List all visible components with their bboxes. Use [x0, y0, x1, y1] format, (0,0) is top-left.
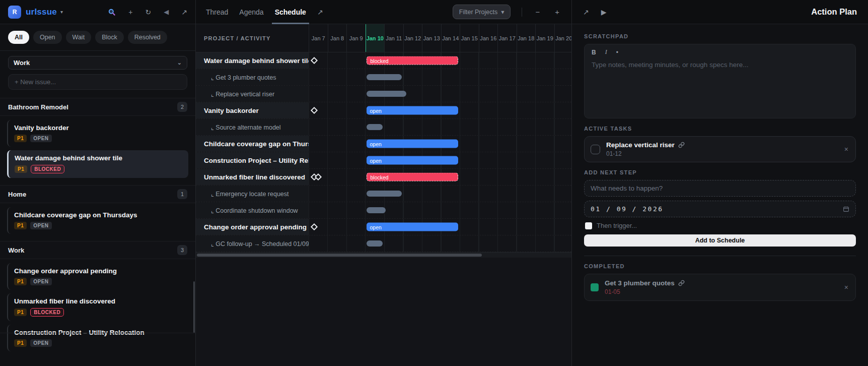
- date-column: Jan 12: [403, 24, 422, 52]
- status-badge: OPEN: [30, 222, 51, 229]
- gantt-horizontal-scrollbar: [196, 252, 571, 258]
- gantt-row-get-quotes[interactable]: ⌞ Get 3 plumber quotes: [196, 69, 571, 86]
- sidebar-topbar: R urIssue ▾ + ↻ ◀ ↗: [0, 0, 195, 24]
- issue-item-vanity-backorder[interactable]: Vanity backorder P1 OPEN: [7, 120, 188, 147]
- milestone-diamond-icon[interactable]: [311, 107, 318, 114]
- add-to-schedule-button[interactable]: Add to Schedule: [584, 234, 856, 247]
- panel-title: Action Plan: [811, 7, 857, 17]
- link-icon[interactable]: [678, 280, 685, 286]
- gantt-row-emergency-locate[interactable]: ⌞ Emergency locate request: [196, 186, 571, 202]
- group-header-work[interactable]: Work 3: [0, 241, 195, 259]
- gantt-bar-open[interactable]: open: [367, 156, 459, 165]
- calendar-icon[interactable]: [843, 206, 849, 212]
- filter-chip-block[interactable]: Block: [95, 31, 124, 44]
- group-header-home[interactable]: Home 1: [0, 185, 195, 203]
- bullet-list-button[interactable]: •: [616, 48, 618, 56]
- gantt-row-source-alternate[interactable]: ⌞ Source alternate model: [196, 119, 571, 136]
- new-issue-input[interactable]: [8, 74, 187, 90]
- filter-chip-resolved[interactable]: Resolved: [128, 31, 167, 44]
- group-count-badge: 1: [177, 189, 187, 199]
- filter-projects-button[interactable]: Filter Projects ▾: [453, 5, 511, 19]
- italic-button[interactable]: I: [605, 48, 607, 56]
- trigger-checkbox[interactable]: [585, 222, 592, 229]
- filter-chip-open[interactable]: Open: [33, 31, 62, 44]
- issue-title: Childcare coverage gap on Thursdays: [14, 211, 182, 219]
- group-header-bathroom-remodel[interactable]: Bathroom Remodel 2: [0, 98, 195, 116]
- add-icon[interactable]: +: [128, 9, 132, 16]
- gantt-row-gc-followup[interactable]: ⌞ GC follow-up → Scheduled 01/09: [196, 235, 571, 252]
- gantt-bar-subtask[interactable]: [367, 124, 383, 130]
- project-select[interactable]: Work ⌄: [8, 56, 187, 70]
- search-icon[interactable]: [108, 8, 116, 16]
- date-column: Jan 11: [384, 24, 403, 52]
- filter-chip-all[interactable]: All: [8, 31, 29, 44]
- schedule-panel: Thread Agenda Schedule ↗ Filter Projects…: [196, 0, 571, 366]
- issue-item-construction[interactable]: Construction Project – Utility Relocatio…: [7, 325, 188, 351]
- milestone-diamond-icon[interactable]: [311, 57, 318, 64]
- gantt-row-coordinate-shutdown[interactable]: ⌞ Coordinate shutdown window: [196, 202, 571, 219]
- gantt-row-change-order[interactable]: Change order approval pending open: [196, 219, 571, 235]
- gantt-bar-open[interactable]: open: [367, 140, 459, 148]
- task-checkbox[interactable]: [591, 145, 600, 154]
- date-column: Jan 17: [497, 24, 517, 52]
- tab-thread[interactable]: Thread: [206, 0, 228, 24]
- tab-schedule[interactable]: Schedule: [275, 0, 306, 24]
- gantt-row-label: ⌞ Replace vertical riser: [196, 86, 309, 102]
- play-icon[interactable]: ▶: [601, 9, 607, 16]
- gantt-date-row: Jan 7 Jan 8 Jan 9 Jan 10 Jan 11 Jan 12 J…: [309, 24, 571, 52]
- group-name: Bathroom Remodel: [8, 103, 68, 111]
- next-step-input[interactable]: [584, 180, 856, 197]
- gantt-row-chart: open: [309, 136, 571, 152]
- issue-item-change-order[interactable]: Change order approval pending P1 OPEN: [7, 263, 188, 290]
- gantt-bar-subtask[interactable]: [367, 240, 383, 247]
- filter-chip-wait[interactable]: Wait: [66, 31, 92, 44]
- app-logo[interactable]: R urIssue ▾: [8, 6, 63, 19]
- issue-item-unmarked-fiber[interactable]: Unmarked fiber line discovered P1 BLOCKE…: [7, 293, 188, 321]
- gantt-row-childcare[interactable]: Childcare coverage gap on Thursdays open: [196, 136, 571, 152]
- gantt-bar-open[interactable]: open: [367, 223, 459, 231]
- expand-icon[interactable]: ↗: [317, 9, 323, 16]
- close-icon[interactable]: ×: [843, 283, 849, 291]
- gantt-bar-blocked[interactable]: blocked: [367, 56, 459, 65]
- trigger-row: Then trigger...: [585, 222, 855, 229]
- priority-badge: P1: [14, 309, 27, 316]
- gantt-row-chart: [309, 186, 571, 202]
- gantt-bar-subtask[interactable]: [367, 91, 406, 97]
- gantt-bar-blocked[interactable]: blocked: [367, 173, 459, 181]
- tab-agenda[interactable]: Agenda: [239, 0, 263, 24]
- bold-button[interactable]: B: [592, 48, 596, 56]
- link-icon[interactable]: [678, 142, 685, 148]
- gantt-row-label: Change order approval pending: [196, 219, 309, 235]
- zoom-in-button[interactable]: +: [553, 8, 561, 16]
- trigger-label: Then trigger...: [597, 222, 637, 229]
- gantt-bar-subtask[interactable]: [367, 191, 402, 197]
- app-window: R urIssue ▾ + ↻ ◀ ↗ All Open Wait Block …: [0, 0, 868, 366]
- gantt-bar-subtask[interactable]: [367, 74, 402, 80]
- sidebar-controls: Work ⌄: [0, 51, 195, 92]
- issue-item-water-damage[interactable]: Water damage behind shower tile P1 BLOCK…: [7, 150, 188, 178]
- gantt-row-water-damage[interactable]: Water damage behind shower tile blocked: [196, 52, 571, 69]
- priority-badge: P1: [15, 165, 27, 173]
- issue-item-childcare[interactable]: Childcare coverage gap on Thursdays P1 O…: [7, 207, 188, 234]
- chevron-down-icon: ⌄: [177, 59, 182, 66]
- gantt-bar-subtask[interactable]: [367, 207, 386, 213]
- expand-icon[interactable]: ↗: [181, 9, 187, 16]
- next-step-date-input[interactable]: 01 / 09 / 2026: [584, 201, 856, 217]
- completed-checkbox[interactable]: [591, 283, 599, 291]
- gantt-row-vanity-backorder[interactable]: Vanity backorder open: [196, 102, 571, 119]
- sidebar-scrollbar[interactable]: [193, 281, 195, 333]
- priority-badge: P1: [14, 135, 27, 142]
- milestone-diamond-icon[interactable]: [311, 223, 318, 230]
- scrollbar-thumb[interactable]: [197, 254, 482, 257]
- close-icon[interactable]: ×: [843, 145, 849, 153]
- gantt-row-replace-riser[interactable]: ⌞ Replace vertical riser: [196, 86, 571, 102]
- scratchpad-textarea[interactable]: [585, 57, 855, 118]
- gantt-bar-open[interactable]: open: [367, 106, 459, 115]
- gantt-row-unmarked-fiber[interactable]: Unmarked fiber line discovered blocked: [196, 169, 571, 186]
- date-value: 01 / 09 / 2026: [591, 205, 664, 213]
- back-icon[interactable]: ◀: [164, 9, 169, 15]
- gantt-row-construction[interactable]: Construction Project – Utility Relocatio…: [196, 152, 571, 169]
- expand-icon[interactable]: ↗: [583, 9, 589, 16]
- zoom-out-button[interactable]: −: [533, 8, 542, 16]
- refresh-icon[interactable]: ↻: [146, 9, 152, 16]
